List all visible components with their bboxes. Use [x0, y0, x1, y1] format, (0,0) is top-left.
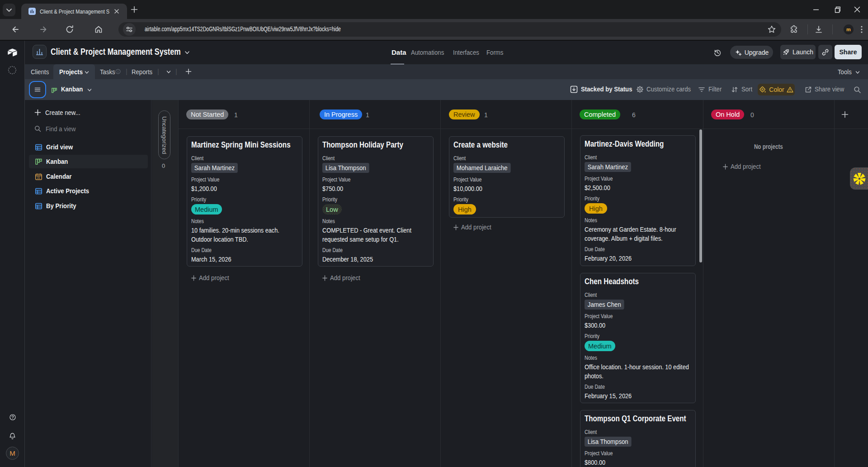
svg-text:31: 31 [37, 176, 41, 179]
